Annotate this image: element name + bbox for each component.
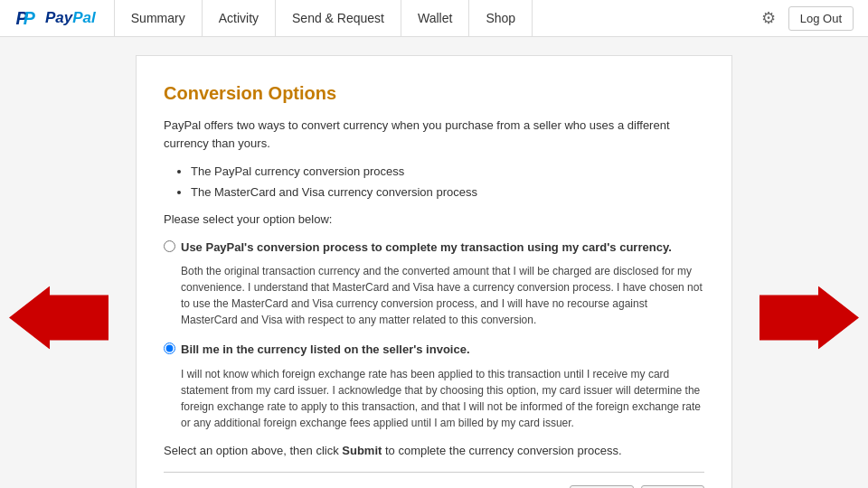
svg-marker-3 [9,286,108,349]
submit-instruction: Select an option above, then click Submi… [164,444,704,457]
nav-links: Summary Activity Send & Request Wallet S… [114,0,758,37]
option2-row: Bill me in the currency listed on the se… [164,341,704,359]
nav-wallet[interactable]: Wallet [401,0,469,37]
navbar-right: ⚙ Log Out [758,5,854,32]
right-arrow [760,286,859,352]
option2-label-text: Bill me in the currency listed on the se… [181,343,470,356]
option2-description: I will not know which foreign exchange r… [181,366,704,431]
select-prompt: Please select your option below: [164,212,704,226]
paypal-logo-icon: P P [14,5,40,31]
option2-radio[interactable] [164,343,175,354]
nav-summary[interactable]: Summary [114,0,203,37]
option1-label-text: Use PayPal's conversion process to compl… [181,240,672,254]
nav-activity[interactable]: Activity [203,0,276,37]
option1-label[interactable]: Use PayPal's conversion process to compl… [181,239,672,257]
submit-instruction-suffix: to complete the currency conversion proc… [382,444,621,457]
paypal-logo: P P PayPal [14,5,96,31]
bullet-1: The PayPal currency conversion process [191,161,704,182]
bullet-2: The MasterCard and Visa currency convers… [191,182,704,202]
settings-button[interactable]: ⚙ [758,5,779,32]
option1-row: Use PayPal's conversion process to compl… [164,239,704,257]
option1-description: Both the original transaction currency a… [181,263,704,328]
paypal-text-pal: Pal [72,9,96,27]
paypal-text-pay: Pay [45,9,72,27]
gear-icon: ⚙ [761,9,776,27]
submit-instruction-prefix: Select an option above, then click [164,444,342,457]
logout-button[interactable]: Log Out [788,6,854,31]
content-card: Conversion Options PayPal offers two way… [136,55,732,488]
page-title: Conversion Options [164,83,704,104]
bullet-list: The PayPal currency conversion process T… [191,161,704,203]
main-wrapper: Conversion Options PayPal offers two way… [0,37,868,488]
svg-marker-4 [760,286,859,349]
intro-text: PayPal offers two ways to convert curren… [164,117,704,152]
option2-group: Bill me in the currency listed on the se… [164,341,704,431]
option1-group: Use PayPal's conversion process to compl… [164,239,704,329]
left-arrow [9,286,108,352]
option2-label[interactable]: Bill me in the currency listed on the se… [181,341,470,359]
divider [164,472,704,473]
nav-send-request[interactable]: Send & Request [276,0,401,37]
nav-shop[interactable]: Shop [469,0,533,37]
navbar: P P PayPal Summary Activity Send & Reque… [0,0,868,37]
submit-instruction-bold: Submit [342,444,382,457]
option1-radio[interactable] [164,240,175,252]
svg-text:P: P [24,8,36,28]
